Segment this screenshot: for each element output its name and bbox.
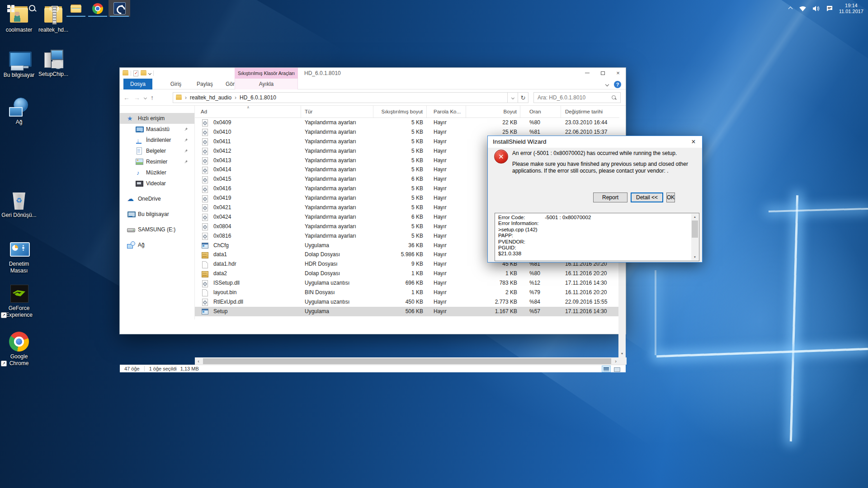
wifi-icon[interactable] — [799, 5, 807, 12]
ribbon-tab[interactable]: Paylaş — [191, 79, 218, 89]
file-modified-date: 16.11.2016 20:20 — [561, 269, 619, 278]
desktop-icon[interactable]: ↗ SetupChip... — [34, 49, 72, 78]
column-header-degistirme-tarihi[interactable]: Değiştirme tarihi — [561, 106, 619, 117]
thumbnail-view-button[interactable] — [612, 366, 621, 372]
scrollbar-thumb[interactable] — [203, 358, 611, 364]
notifications-icon[interactable] — [826, 5, 833, 12]
column-header-tur[interactable]: Tür — [301, 106, 373, 117]
file-name: 0x0424 — [213, 212, 231, 222]
sidebar-item[interactable]: Videolar — [120, 178, 194, 189]
sidebar-item[interactable]: İndirilenler — [120, 135, 194, 145]
scroll-left-icon[interactable]: ‹ — [195, 358, 202, 364]
address-dropdown-button[interactable] — [508, 92, 518, 103]
file-type: Yapılandırma ayarları — [301, 203, 373, 212]
close-button[interactable]: × — [610, 68, 626, 78]
minimize-button[interactable] — [580, 68, 595, 78]
config-file-icon — [202, 186, 208, 192]
desktop-icon[interactable]: ↗ Geri Dönüşü... — [0, 190, 38, 219]
horizontal-scrollbar[interactable]: ‹ › — [195, 357, 619, 365]
scroll-down-icon[interactable]: ▼ — [691, 254, 698, 260]
scroll-right-icon[interactable]: › — [612, 358, 619, 364]
details-view-button[interactable] — [602, 366, 611, 372]
qat-customize-icon[interactable] — [148, 71, 151, 75]
maximize-button[interactable] — [595, 68, 610, 78]
nvidia-icon — [8, 283, 30, 304]
file-type: Yapılandırma ayarları — [301, 127, 373, 137]
up-button[interactable]: ↑ — [151, 94, 154, 101]
file-password-protected: Hayır — [427, 269, 466, 278]
column-header-parola[interactable]: Parola Ko... — [427, 106, 466, 117]
sidebar-item[interactable]: Masaüstü — [120, 124, 194, 135]
dialog-button[interactable]: Report — [593, 192, 627, 202]
sidebar-item[interactable]: OneDrive — [120, 193, 194, 204]
recycle-bin-icon — [8, 190, 30, 211]
file-row[interactable]: 0x0409 Yapılandırma ayarları 5 KB Hayır … — [195, 118, 619, 127]
music-icon — [135, 169, 143, 176]
breadcrumb[interactable]: › realtek_hd_audio › HD_6.0.1.8010 — [173, 92, 508, 103]
close-icon[interactable]: × — [689, 137, 698, 147]
quick-access-toolbar — [123, 70, 154, 77]
scrollbar-thumb[interactable] — [692, 221, 698, 238]
file-row[interactable]: Setup Uygulama 506 KB Hayır 1.167 KB %57… — [195, 307, 619, 316]
file-password-protected: Hayır — [427, 259, 466, 269]
config-file-icon — [202, 119, 208, 126]
file-type: Yapılandırma ayarları — [301, 212, 373, 222]
sidebar-item[interactable]: Müzikler — [120, 167, 194, 178]
desktop-icon[interactable]: ↗ GeForce Experience — [0, 283, 38, 318]
taskbar-installshield[interactable] — [108, 0, 130, 17]
taskbar-search-button[interactable] — [22, 0, 43, 17]
details-scrollbar[interactable]: ▲ ▼ — [691, 214, 698, 260]
column-header-oran[interactable]: Oran — [520, 106, 561, 117]
taskbar-clock[interactable]: 19:14 11.01.2017 — [839, 3, 863, 14]
taskbar-file-explorer[interactable] — [65, 0, 87, 17]
column-header-sikistirilmis-boyut[interactable]: Sıkıştırılmış boyut — [373, 106, 427, 117]
desktop-icon[interactable]: ↗ Bu bilgisayar — [0, 50, 38, 79]
sidebar-item[interactable]: Bu bilgisayar — [120, 209, 194, 220]
sort-ascending-icon[interactable]: ∧ — [245, 105, 252, 109]
chevron-up-icon[interactable] — [788, 7, 793, 10]
chrome-icon — [92, 3, 103, 14]
properties-icon[interactable] — [133, 70, 138, 76]
file-password-protected: Hayır — [427, 193, 466, 203]
help-icon[interactable]: ? — [614, 81, 621, 88]
column-header-boyut[interactable]: Boyut — [466, 106, 520, 117]
desktop-icon[interactable]: ↗ Google Chrome — [0, 331, 38, 366]
breadcrumb-segment[interactable]: HD_6.0.1.8010 — [240, 94, 276, 101]
folder-icon[interactable] — [123, 71, 128, 75]
sidebar-item[interactable]: Belgeler — [120, 145, 194, 156]
volume-icon[interactable] — [812, 5, 820, 12]
title-bar[interactable]: Sıkıştırılmış Klasör Araçları HD_6.0.1.8… — [120, 68, 626, 79]
file-row[interactable]: RtlExUpd.dll Uygulama uzantısı 450 KB Ha… — [195, 297, 619, 307]
sidebar-item[interactable]: Ağ — [120, 239, 194, 250]
sidebar-item[interactable]: Hızlı erişim — [120, 113, 194, 124]
taskbar-chrome[interactable] — [87, 0, 108, 17]
scroll-down-icon[interactable]: ▼ — [618, 350, 626, 357]
refresh-button[interactable]: ↻ — [518, 92, 528, 103]
ribbon-collapse-icon[interactable] — [605, 83, 609, 86]
dialog-title-bar[interactable]: InstallShield Wizard × — [488, 136, 702, 148]
tab-ayikla[interactable]: Ayıkla — [235, 79, 298, 89]
forward-button[interactable]: → — [134, 94, 140, 101]
file-row[interactable]: data2 Dolap Dosyası 1 KB Hayır 1 KB %80 … — [195, 269, 619, 278]
desktop-icon[interactable]: ↗ Denetim Masası — [0, 239, 38, 274]
new-folder-icon[interactable] — [141, 71, 146, 75]
scroll-up-icon[interactable]: ▲ — [691, 214, 698, 220]
file-type: Uygulama — [301, 307, 373, 316]
network-icon — [127, 241, 135, 249]
dialog-button[interactable]: OK — [666, 192, 675, 202]
error-code-value: -5001 : 0x80070002 — [545, 215, 591, 221]
task-view-button[interactable] — [43, 0, 65, 17]
desktop-icon[interactable]: ↗ Ağ — [0, 97, 38, 126]
search-input[interactable]: Ara: HD_6.0.1.8010 — [533, 92, 621, 103]
breadcrumb-segment[interactable]: realtek_hd_audio — [190, 94, 231, 101]
recent-locations-icon[interactable] — [144, 96, 147, 99]
dialog-button[interactable]: Detail << — [631, 192, 663, 202]
start-button[interactable] — [0, 0, 22, 17]
sidebar-item[interactable]: SAMSUNG (E:) — [120, 224, 194, 235]
file-row[interactable]: ISSetup.dll Uygulama uzantısı 696 KB Hay… — [195, 278, 619, 288]
sidebar-item[interactable]: Resimler — [120, 156, 194, 167]
file-row[interactable]: layout.bin BIN Dosyası 1 KB Hayır 2 KB %… — [195, 288, 619, 297]
ribbon-tab[interactable]: Giriş — [163, 79, 189, 89]
back-button[interactable]: ← — [123, 94, 130, 101]
tab-dosya[interactable]: Dosya — [123, 79, 152, 89]
